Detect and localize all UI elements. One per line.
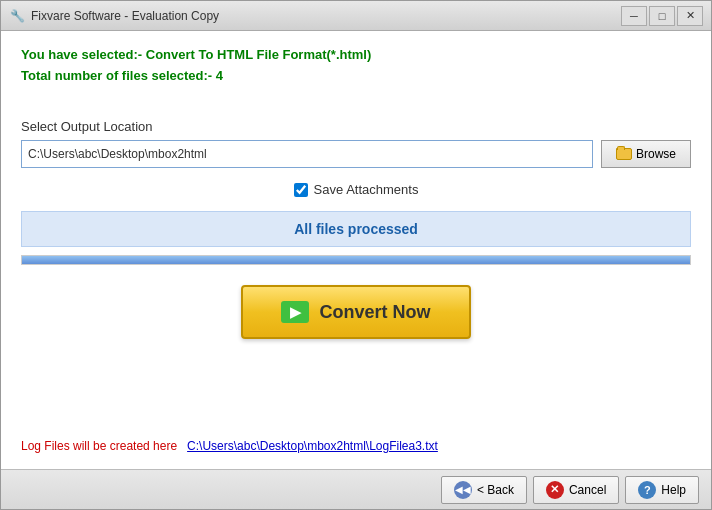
selected-format-info: You have selected:- Convert To HTML File… — [21, 47, 691, 62]
back-label: < Back — [477, 483, 514, 497]
processed-banner: All files processed — [21, 211, 691, 247]
cancel-label: Cancel — [569, 483, 606, 497]
output-row: Browse — [21, 140, 691, 168]
output-label: Select Output Location — [21, 119, 691, 134]
app-icon: 🔧 — [9, 8, 25, 24]
save-attachments-checkbox[interactable] — [294, 183, 308, 197]
convert-section: ▶ Convert Now — [21, 285, 691, 339]
output-path-input[interactable] — [21, 140, 593, 168]
save-attachments-wrapper: Save Attachments — [294, 182, 419, 197]
convert-button-label: Convert Now — [319, 302, 430, 323]
convert-now-button[interactable]: ▶ Convert Now — [241, 285, 471, 339]
window-title: Fixvare Software - Evaluation Copy — [31, 9, 621, 23]
info-section: You have selected:- Convert To HTML File… — [21, 47, 691, 89]
back-icon: ◀◀ — [454, 481, 472, 499]
browse-label: Browse — [636, 147, 676, 161]
progress-bar-fill — [22, 256, 690, 264]
back-button[interactable]: ◀◀ < Back — [441, 476, 527, 504]
main-content: You have selected:- Convert To HTML File… — [1, 31, 711, 469]
cancel-icon: ✕ — [546, 481, 564, 499]
title-bar: 🔧 Fixvare Software - Evaluation Copy ─ □… — [1, 1, 711, 31]
log-link[interactable]: C:\Users\abc\Desktop\mbox2html\LogFilea3… — [187, 439, 438, 453]
help-button[interactable]: ? Help — [625, 476, 699, 504]
folder-icon — [616, 148, 632, 160]
bottom-bar: ◀◀ < Back ✕ Cancel ? Help — [1, 469, 711, 509]
window-controls: ─ □ ✕ — [621, 6, 703, 26]
output-section: Select Output Location Browse — [21, 119, 691, 168]
cancel-button[interactable]: ✕ Cancel — [533, 476, 619, 504]
file-count-info: Total number of files selected:- 4 — [21, 68, 691, 83]
log-section: Log Files will be created here C:\Users\… — [21, 433, 691, 453]
attachments-row: Save Attachments — [21, 182, 691, 197]
close-button[interactable]: ✕ — [677, 6, 703, 26]
convert-icon: ▶ — [281, 301, 309, 323]
help-icon: ? — [638, 481, 656, 499]
log-label: Log Files will be created here — [21, 439, 177, 453]
minimize-button[interactable]: ─ — [621, 6, 647, 26]
help-label: Help — [661, 483, 686, 497]
maximize-button[interactable]: □ — [649, 6, 675, 26]
progress-bar-container — [21, 255, 691, 265]
browse-button[interactable]: Browse — [601, 140, 691, 168]
processed-text: All files processed — [294, 221, 418, 237]
main-window: 🔧 Fixvare Software - Evaluation Copy ─ □… — [0, 0, 712, 510]
save-attachments-label: Save Attachments — [314, 182, 419, 197]
